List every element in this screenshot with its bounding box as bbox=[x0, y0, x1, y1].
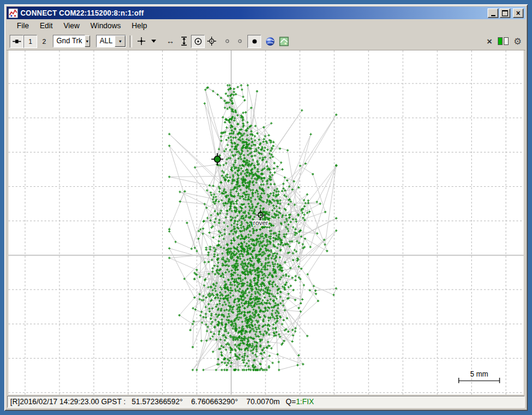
title-bar[interactable]: CONNECT COM22:115200:8:n:1:off × bbox=[7, 7, 525, 19]
center-origin-button[interactable] bbox=[135, 35, 148, 48]
minimize-icon bbox=[491, 15, 495, 16]
error-bar-2-button[interactable] bbox=[235, 35, 245, 48]
close-button[interactable]: × bbox=[513, 8, 524, 18]
center-cursor-button[interactable] bbox=[205, 35, 219, 48]
solution-1-toggle[interactable]: 1 bbox=[23, 35, 37, 48]
status-quality-value: 1:FIX bbox=[296, 398, 314, 406]
minimize-button[interactable] bbox=[488, 8, 498, 18]
google-earth-button[interactable] bbox=[263, 35, 277, 48]
quality-filter-select[interactable]: ALL ▼ bbox=[96, 35, 126, 47]
fit-vertical-button[interactable] bbox=[177, 35, 191, 48]
status-time: [R]2016/02/17 14:29:23.00 GPST : bbox=[10, 398, 125, 406]
menu-edit[interactable]: Edit bbox=[34, 20, 58, 31]
menu-view[interactable]: View bbox=[58, 20, 85, 31]
ground-track-plot[interactable]: rover 5 mm bbox=[8, 50, 524, 395]
plot-area[interactable]: rover 5 mm bbox=[8, 50, 524, 395]
scale-bar-label: 5 mm bbox=[470, 370, 488, 378]
status-field: [R]2016/02/17 14:29:23.00 GPST : 51.5723… bbox=[7, 396, 525, 408]
menu-bar: File Edit View Windows Help bbox=[7, 19, 525, 32]
chevron-down-icon bbox=[151, 40, 156, 43]
rtkplot-window: CONNECT COM22:115200:8:n:1:off × File Ed… bbox=[4, 4, 528, 411]
app-icon bbox=[8, 8, 18, 18]
center-options-dropdown-button[interactable] bbox=[148, 35, 159, 48]
plot-type-select[interactable]: Gnd Trk ▼ bbox=[53, 35, 85, 47]
toolbar-separator bbox=[130, 35, 132, 47]
show-points-icon bbox=[252, 38, 258, 44]
status-latitude: 51.572366592° bbox=[131, 398, 183, 406]
chevron-down-icon: ▼ bbox=[118, 39, 122, 43]
toolbar: 1 2 Gnd Trk ▼ ALL ▼ bbox=[7, 32, 525, 50]
connect-stream-button[interactable] bbox=[10, 35, 23, 48]
small-circle-icon bbox=[238, 39, 242, 43]
menu-file[interactable]: File bbox=[11, 20, 34, 31]
show-track-button[interactable] bbox=[191, 35, 205, 48]
status-bar: [R]2016/02/17 14:29:23.00 GPST : 51.5723… bbox=[7, 395, 525, 408]
window-title: CONNECT COM22:115200:8:n:1:off bbox=[20, 9, 488, 17]
fit-horizontal-icon: ↔ bbox=[166, 37, 174, 45]
plot-type-value: Gnd Trk bbox=[53, 35, 85, 47]
error-bar-1-button[interactable] bbox=[222, 35, 232, 48]
chevron-down-icon: ▼ bbox=[85, 39, 89, 43]
menu-help[interactable]: Help bbox=[126, 20, 153, 31]
fit-horizontal-button[interactable]: ↔ bbox=[163, 35, 177, 48]
plot-type-dropdown-button[interactable]: ▼ bbox=[85, 35, 90, 47]
google-map-icon bbox=[279, 37, 289, 46]
stream-status-indicator bbox=[498, 37, 509, 45]
google-earth-icon bbox=[265, 37, 275, 46]
connect-stream-icon bbox=[13, 39, 21, 44]
show-points-button[interactable] bbox=[247, 35, 261, 48]
quality-filter-value: ALL bbox=[97, 35, 115, 47]
status-longitude: 6.760663290° bbox=[191, 398, 238, 406]
rover-label: rover bbox=[253, 219, 268, 226]
clear-button[interactable]: × bbox=[487, 37, 492, 46]
status-quality-label: Q= bbox=[286, 398, 296, 406]
close-icon: × bbox=[516, 10, 520, 16]
stream-buffer-idle bbox=[504, 37, 509, 45]
show-track-icon bbox=[194, 37, 202, 46]
solution-2-toggle[interactable]: 2 bbox=[37, 35, 51, 48]
stream-buffer-active bbox=[498, 37, 503, 45]
fit-vertical-icon bbox=[181, 37, 187, 46]
center-origin-icon bbox=[138, 37, 145, 45]
maximize-button[interactable] bbox=[500, 8, 510, 18]
status-height: 70.0070m bbox=[246, 398, 280, 406]
maximize-icon bbox=[502, 10, 508, 16]
menu-windows[interactable]: Windows bbox=[85, 20, 127, 31]
quality-filter-dropdown-button[interactable]: ▼ bbox=[115, 35, 125, 47]
options-button[interactable]: ⚙ bbox=[514, 37, 522, 46]
google-map-button[interactable] bbox=[277, 35, 291, 48]
desktop-background: CONNECT COM22:115200:8:n:1:off × File Ed… bbox=[0, 0, 532, 415]
center-cursor-icon bbox=[207, 37, 216, 46]
small-circle-icon bbox=[225, 39, 229, 43]
